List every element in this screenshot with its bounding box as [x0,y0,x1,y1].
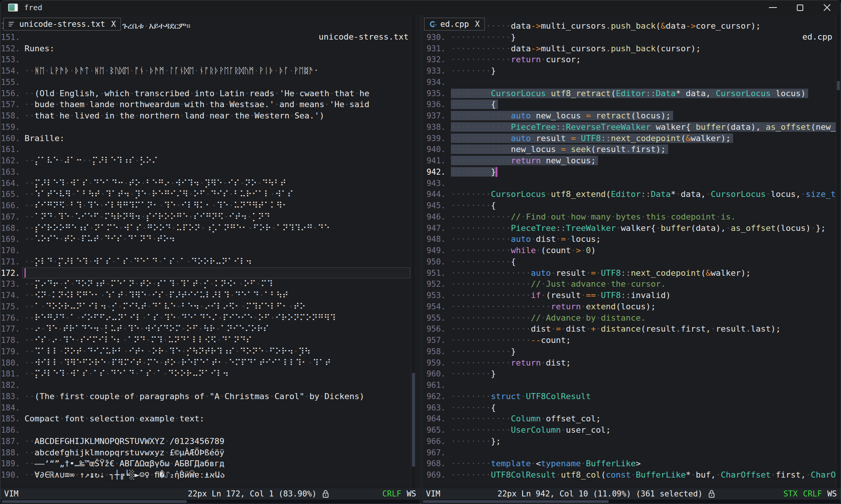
code-line[interactable]: 955.················//·Advance·by·distan… [422,312,836,324]
code-line[interactable]: 953.················if·(result·==·UTF8::… [422,290,836,301]
code-line[interactable]: 968.········template·<typename·BufferLik… [422,458,836,469]
code-line[interactable]: 959.············return·dist; [422,357,836,369]
code-line[interactable]: 169.··⠡⠕⠎⠑·⠞⠕·⠏⠥⠞·⠙⠊⠎·⠙⠁⠝⠙·⠞⠕⠲ [0,234,411,245]
code-line[interactable]: 939.············auto·result·=·UTF8::next… [422,133,836,144]
code-line[interactable]: 190.··∀∂∈ℝ∧∪≡∞·↑↗↨↻⇣·┐┼╔╘░►☺♀·ﬁ�⑀₂ἠḂӥẄɐː… [0,469,411,481]
code-line[interactable]: 965.············UserColumn·user_col; [422,424,836,436]
code-line[interactable]: 183.··(The·first·couple·of·paragraphs·of… [0,391,411,402]
code-line[interactable]: 155. [0,77,411,88]
code-line[interactable]: 159. [0,121,411,133]
code-line[interactable]: 161. [0,144,411,155]
code-line[interactable]: 188.··abcdefghijklmnopqrstuvwxyz·£©µÀÆÖÞ… [0,447,411,458]
code-line[interactable]: 189.··–—‘“”„†•…‰™œŠŸž€·ΑΒΓΔΩαβγδω·АБВГДа… [0,458,411,469]
code-line[interactable]: 956.················dist·=·dist·+·distan… [422,323,836,335]
code-line[interactable]: 154.··ᚻᛖ·ᚳᚹᚫᚦ·ᚦᚫᛏ·ᚻᛖ·ᛒᚢᛞᛖ·ᚩᚾ·ᚦᚫᛗ·ᛚᚪᚾᛞᛖ·ᚾ… [0,65,411,77]
code-line[interactable]: 957.················--count; [422,335,836,346]
code-line[interactable]: 173.··⡍⠔⠙⠖·⡊·⠙⠕⠝⠰⠞·⠍⠑⠁⠝·⠞⠕·⠎⠁⠹·⠹⠁⠞·⡊·⠅⠝⠪… [0,278,411,290]
status-flag-ws[interactable]: WS [827,489,837,498]
code-line[interactable]: 931.············data->multi_cursors.push… [422,43,836,54]
code-line[interactable]: 157.··bude·thaem·lande·northweardum·with… [0,99,411,110]
vertical-scrollbar-thumb[interactable] [412,373,415,467]
code-line[interactable]: 184. [0,402,411,413]
horizontal-scrollbar[interactable] [422,499,841,504]
status-flag-stx[interactable]: STX [783,489,798,498]
code-line[interactable]: 960.········} [422,368,836,380]
vertical-scrollbar[interactable] [411,15,416,488]
code-line[interactable]: 948.············auto·dist·=·locus; [422,234,836,245]
tab-ed-cpp[interactable]: ++ ed.cpp X [424,18,485,31]
status-flag-ws[interactable]: WS [407,489,416,498]
vertical-scrollbar[interactable] [836,15,841,488]
code-line[interactable]: 942.········} [422,166,836,178]
code-line[interactable]: 945.········{ [422,200,836,211]
code-line[interactable]: 158.··that·he·lived·in·the·northern·land… [0,110,411,121]
code-line[interactable]: 182. [0,380,411,391]
status-flag-crlf[interactable]: CRLF [382,489,401,498]
code-lines[interactable]: 150.··ሰው·እንደቤቱ·እንጅ·እንደ·ጉረቤቱ·አይተዳደርም።151.… [0,20,411,488]
code-line[interactable]: 164.··⡍⠜⠇⠑⠹·⠺⠁⠎·⠙⠑⠁⠙⠒·⠞⠕·⠃⠑⠛⠔·⠺⠊⠹⠲·⡹⠻⠑·⠊… [0,178,411,189]
code-line[interactable]: 946.············//·Find·out·how·many·byt… [422,211,836,223]
code-line[interactable]: 187.··ABCDEFGHIJKLMNOPQRSTUVWXYZ·/012345… [0,436,411,447]
tab-close-icon[interactable]: X [111,20,116,29]
code-line[interactable]: 176.··⠗⠑⠛⠜⠙·⠁·⠊⠕⠋⠋⠔⠤⠝⠁⠊⠇·⠁⠎·⠹⠑·⠙⠑⠁⠙⠑⠌·⠏⠊… [0,312,411,324]
code-line[interactable]: 952.················//·Just·advance·the·… [422,278,836,290]
code-line[interactable]: 152.Runes: [0,43,411,54]
code-line[interactable]: 930.············} [422,32,836,43]
code-line[interactable]: 954.····················return·extend(lo… [422,301,836,312]
code-line[interactable]: 174.··⠪⠝·⠅⠝⠪⠇⠫⠛⠑⠂·⠱⠁⠞·⠹⠻⠑·⠊⠎·⠏⠜⠞⠊⠊⠥⠇⠜⠇⠹·… [0,290,411,301]
code-line[interactable]: 941.············return·new_locus; [422,155,836,166]
code-line[interactable]: 160.Braille: [0,133,411,144]
code-line[interactable]: 175.··⠁·⠙⠕⠕⠗⠤⠝⠁⠊⠇⠲·⡊·⠍⠊⠣⠞·⠙⠁⠧⠑·⠃⠑⠲·⠔⠊⠇⠔⠫… [0,301,411,312]
code-line[interactable]: 162.··⡌⠁⠧⠑·⠼⠁⠒··⡍⠜⠇⠑⠹⠰⠎·⡣⠕⠌ [0,155,411,166]
code-line[interactable]: 951.················auto·result·=·UTF8::… [422,267,836,279]
code-line[interactable]: 166.··⠎⠊⠛⠝⠫·⠃⠹·⠹⠑·⠊⠇⠻⠛⠹⠍⠁⠝⠂·⠹⠑·⠊⠇⠻⠅⠂·⠹⠑·… [0,200,411,211]
code-line[interactable]: 934. [422,77,836,88]
code-line[interactable]: 958.············} [422,346,836,357]
code-line[interactable]: 167.··⠁⠝⠙·⠹⠑·⠡⠊⠑⠋·⠍⠳⠗⠝⠻⠲·⡎⠊⠗⠕⠕⠛⠑·⠎⠊⠛⠝⠫·⠊… [0,211,411,223]
code-line[interactable]: 165.··⠱⠁⠞⠑⠧⠻·⠁⠃⠳⠞·⠹⠁⠞⠲·⡹⠑·⠗⠑⠛⠊⠌⠻·⠕⠋·⠙⠊⠎·… [0,189,411,200]
code-line[interactable]: 964.············Column·offset_col; [422,413,836,424]
code-line[interactable]: 950.············{ [422,256,836,267]
minimize-button[interactable] [759,0,786,15]
code-lines[interactable]: 929.············data->multi_cursors.push… [422,20,836,488]
tab-unicode-stress-txt[interactable]: unicode-stress.txt X [3,18,121,31]
maximize-button[interactable] [786,0,813,15]
vertical-scrollbar-thumb[interactable] [837,81,840,90]
code-line[interactable]: 178.··⠊⠎·⠔·⠹⠑·⠎⠊⠍⠊⠇⠑⠆·⠁⠝⠙·⠍⠹·⠥⠝⠙⠁⠇⠇⠪⠫·⠙⠁… [0,335,411,346]
code-line[interactable]: 940.············new_locus·=·seek(result.… [422,144,836,155]
code-line[interactable]: 186. [0,424,411,436]
close-button[interactable] [813,0,841,15]
code-line[interactable]: 156.··(Old·English,·which·transcribed·in… [0,88,411,99]
code-line[interactable]: 961. [422,380,836,391]
code-line[interactable]: 936.········{ [422,99,836,110]
horizontal-scrollbar-thumb[interactable] [2,500,187,503]
code-line[interactable]: 171.··⡕⠇⠙·⡍⠜⠇⠑⠹·⠺⠁⠎·⠁⠎·⠙⠑⠁⠙·⠁⠎·⠁·⠙⠕⠕⠗⠤⠝⠁… [0,256,411,267]
code-line[interactable]: 170. [0,245,411,256]
code-line[interactable]: 969.········UTF8ColResult·utf8_col(const… [422,469,836,481]
code-line[interactable]: 179.··⠩⠁⠇⠇·⠝⠕⠞·⠙⠊⠌⠥⠗⠃·⠊⠞⠂·⠕⠗·⠹⠑·⡊⠳⠝⠞⠗⠹⠰⠎… [0,346,411,357]
code-line[interactable]: 932.············return·cursor; [422,54,836,65]
code-line[interactable]: 943. [422,178,836,189]
horizontal-scrollbar-thumb[interactable] [423,500,609,503]
code-line[interactable]: 933.········} [422,65,836,77]
code-line[interactable]: 177.··⠔·⠹⠑·⠞⠗⠁⠙⠑⠲·⡃⠥⠞·⠹⠑·⠺⠊⠎⠙⠕⠍·⠕⠋·⠳⠗·⠁⠝… [0,323,411,335]
code-line[interactable]: 163. [0,166,411,178]
code-line[interactable]: 180.··⠺⠊⠇⠇·⠹⠻⠑⠋⠕⠗⠑·⠏⠻⠍⠊⠞·⠍⠑·⠞⠕·⠗⠑⠏⠑⠁⠞⠂·⠑… [0,357,411,369]
code-line[interactable]: 153. [0,54,411,65]
code-line[interactable]: 944.········CursorLocus·utf8_extend(Edit… [422,189,836,200]
code-line[interactable]: 181.··⡍⠜⠇⠑⠹·⠺⠁⠎·⠁⠎·⠙⠑⠁⠙·⠁⠎·⠁·⠙⠕⠕⠗⠤⠝⠁⠊⠇⠲ [0,368,411,380]
tab-close-icon[interactable]: X [475,20,480,29]
code-line[interactable]: 172. [0,267,411,279]
code-line[interactable]: 947.············PieceTree::TreeWalker·wa… [422,223,836,234]
code-line[interactable]: 938.············PieceTree::ReverseTreeWa… [422,121,836,133]
code-line[interactable]: 935.········CursorLocus·utf8_retract(Edi… [422,88,836,99]
code-line[interactable]: 963.········{ [422,402,836,413]
horizontal-scrollbar[interactable] [0,499,420,504]
status-flag-crlf[interactable]: CRLF [803,489,822,498]
lock-icon[interactable] [322,489,329,498]
code-line[interactable]: 185.Compact·font·selection·example·text: [0,413,411,424]
code-line[interactable]: 962.········struct·UTF8ColResult [422,391,836,402]
title-bar[interactable]: fred [0,0,841,15]
code-line[interactable]: 967. [422,447,836,458]
code-line[interactable]: 168.··⡎⠊⠗⠕⠕⠛⠑⠰⠎·⠝⠁⠍⠑·⠺⠁⠎·⠛⠕⠕⠙·⠥⠏⠕⠝·⠰⡡⠁⠝⠛… [0,223,411,234]
